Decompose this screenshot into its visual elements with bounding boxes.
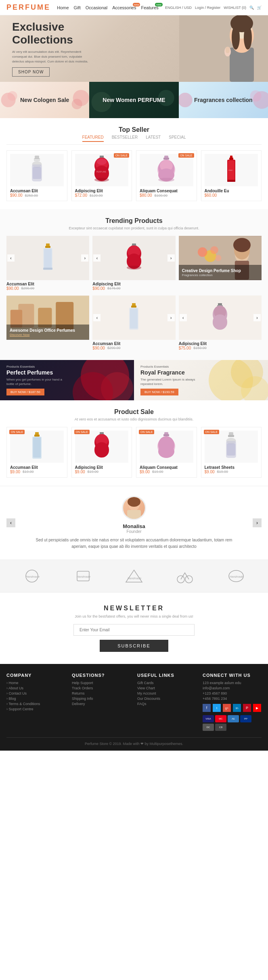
carousel-prev-5[interactable]: ‹: [180, 314, 187, 321]
carousel-prev-4[interactable]: ‹: [93, 314, 100, 321]
footer-q-link-4[interactable]: Delivery: [72, 702, 131, 706]
footer-grid: COMPANY › Home › About Us › Contact Us ›…: [6, 673, 262, 731]
promo-banner-2[interactable]: Fragrances collection: [179, 82, 268, 118]
footer-u-link-4[interactable]: FAQs: [137, 702, 196, 706]
tab-bestseller[interactable]: BESTSELLER: [112, 135, 138, 142]
carousel-next-1[interactable]: ›: [168, 254, 175, 262]
footer-q-link-2[interactable]: Returns: [72, 691, 131, 695]
awesome-title: Awesome Design Office Perfumes: [10, 328, 86, 333]
tab-special[interactable]: SPECIAL: [169, 135, 186, 142]
brand-3[interactable]: [175, 568, 195, 584]
product-card-2[interactable]: ON SALE Aliquam Consequat $80.00 $100.00: [136, 150, 197, 201]
footer-link-home[interactable]: › Home: [6, 681, 65, 685]
carousel-next-4[interactable]: ›: [168, 314, 175, 321]
brand-1[interactable]: Handmade: [73, 568, 93, 584]
carousel-next-0[interactable]: ›: [81, 254, 88, 262]
sale-card-2[interactable]: ON SALE Aliquam Consequat $9.00 $19.00: [136, 427, 197, 478]
sale-badge-2: ON SALE: [139, 430, 154, 434]
product-name-0: Accumsan Elit: [10, 189, 64, 193]
footer-q-link-0[interactable]: Help Support: [72, 681, 131, 685]
footer-u-link-1[interactable]: View Chart: [137, 686, 196, 690]
trending-card-3[interactable]: Awesome Design Office Perfumes Discover …: [6, 295, 89, 352]
social-icon-yt[interactable]: ▶: [253, 704, 261, 712]
nav-occasional[interactable]: Occasional: [86, 5, 107, 10]
nav-gift[interactable]: Gift: [74, 5, 81, 10]
promo2-cta-0[interactable]: BUY NOW / $187.50: [6, 389, 44, 395]
footer-u-link-0[interactable]: Gift Cards: [137, 681, 196, 685]
footer-link-support[interactable]: › Support Centre: [6, 707, 65, 711]
brands-section: Handmade Handmade Handmade Handmade: [0, 560, 268, 592]
promo2-label-1: Products Essentials: [140, 365, 197, 368]
social-icon-in[interactable]: in: [233, 704, 241, 712]
promo2-item-1[interactable]: Products Essentials Royal Fragrance The …: [134, 360, 268, 400]
nav-features[interactable]: Features new: [141, 5, 158, 10]
awesome-sub[interactable]: Discover Now: [10, 333, 86, 337]
footer-link-about[interactable]: › About Us: [6, 686, 65, 690]
svg-point-64: [210, 246, 218, 254]
footer-link-contact[interactable]: › Contact Us: [6, 691, 65, 695]
svg-point-65: [215, 255, 222, 261]
tab-featured[interactable]: FEATURED: [82, 135, 104, 142]
sale-card-0[interactable]: ON SALE Accumsan Elit $9.00 $19.00: [6, 427, 67, 478]
svg-text:Handmade: Handmade: [128, 577, 141, 580]
logo[interactable]: PERFUME: [6, 3, 50, 12]
promo2-cta-1[interactable]: BUY NOW / $193.59: [140, 389, 178, 395]
product-card-0[interactable]: Accumsan Elit $90.00 $250.00: [6, 150, 67, 201]
newsletter-subscribe-button[interactable]: SUBSCRIBE: [100, 640, 168, 652]
nav-accessories[interactable]: Accessories new: [112, 5, 136, 10]
social-icon-gp[interactable]: g+: [223, 704, 231, 712]
social-icon-pi[interactable]: P: [243, 704, 251, 712]
svg-rect-86: [35, 432, 39, 435]
footer-link-blog[interactable]: › Blog: [6, 697, 65, 701]
payment-amex: AE: [228, 715, 239, 722]
nav-home[interactable]: Home: [57, 5, 69, 10]
trending-img-0: ‹ ›: [6, 236, 89, 280]
brand-0[interactable]: Handmade: [22, 568, 42, 584]
trending-bottle-1: [124, 243, 144, 273]
sale-card-3[interactable]: ON SALE Letraset Sheets $9.00 $19.00: [201, 427, 262, 478]
sale-name-0: Accumsan Elit: [10, 465, 64, 470]
sale-card-1[interactable]: ON SALE Adipiscing Elit $9.00 $19.00: [71, 427, 132, 478]
trending-card-0[interactable]: ‹ › Accumsan Elit $90.00 $290.00: [6, 236, 89, 292]
promo-banner-0[interactable]: New Cologen Sale: [0, 82, 89, 118]
tab-latest[interactable]: LATEST: [146, 135, 161, 142]
testimonial-next-btn[interactable]: ›: [253, 518, 262, 527]
hero-cta-button[interactable]: SHOP NOW: [12, 67, 50, 77]
promo2-item-0[interactable]: Products Essentials Perfect Perfumes Whe…: [0, 360, 134, 400]
svg-text:Handmade: Handmade: [230, 575, 243, 578]
trending-card-4[interactable]: ‹ › Accumsan Elit $90.00 $290.00: [92, 295, 175, 352]
footer-email-1[interactable]: info@aslum.com: [203, 686, 262, 690]
sale-badge-0: ON SALE: [9, 430, 25, 434]
sale-old-3: $19.00: [217, 470, 228, 474]
footer-u-link-2[interactable]: My Account: [137, 691, 196, 695]
footer-u-link-3[interactable]: Our Discounts: [137, 697, 196, 701]
sale-name-3: Letraset Sheets: [205, 465, 258, 470]
footer-link-terms[interactable]: › Terms & Conditions: [6, 702, 65, 706]
testimonial-prev-btn[interactable]: ‹: [6, 518, 15, 527]
product-card-3[interactable]: PERF Andouille Eu $60.00: [201, 150, 262, 201]
trending-card-2[interactable]: Creative Design Perfume Shop Fragrances …: [179, 236, 262, 292]
social-icon-fb[interactable]: f: [203, 704, 211, 712]
trending-card-5[interactable]: ‹ › Adipiscing Elit $75.00 $150.00: [179, 295, 262, 352]
footer-q-link-3[interactable]: Shipping Info: [72, 697, 131, 701]
wishlist[interactable]: WISHLIST (0): [224, 6, 246, 10]
trending-section: Trending Products Excepteur sint occaeca…: [0, 209, 268, 360]
promo-banner-1[interactable]: New Women PERFUME: [89, 82, 178, 118]
login-register[interactable]: Login / Register: [195, 6, 220, 10]
brand-2[interactable]: Handmade: [124, 568, 144, 584]
sale-price-2: $9.00: [140, 470, 150, 474]
language-selector[interactable]: ENGLISH / USD: [165, 6, 192, 10]
carousel-prev-1[interactable]: ‹: [93, 254, 100, 262]
carousel-next-5[interactable]: ›: [253, 314, 261, 321]
trending-card-1[interactable]: ‹ › Adipiscing Elit $90.00 $176.00: [92, 236, 175, 292]
brand-4[interactable]: Handmade: [226, 568, 246, 584]
social-icon-tw[interactable]: t: [213, 704, 221, 712]
product-card-1[interactable]: ON SALE PERFUME Adipiscing Elit $72.00 $…: [71, 150, 132, 201]
carousel-prev-0[interactable]: ‹: [7, 254, 15, 262]
newsletter-email-input[interactable]: [73, 624, 195, 636]
footer-company-col: COMPANY › Home › About Us › Contact Us ›…: [6, 673, 65, 731]
cart-icon[interactable]: 🛒: [257, 6, 262, 10]
footer-q-link-1[interactable]: Track Orders: [72, 686, 131, 690]
product-img-0: [10, 154, 64, 186]
search-icon[interactable]: 🔍: [249, 6, 254, 10]
